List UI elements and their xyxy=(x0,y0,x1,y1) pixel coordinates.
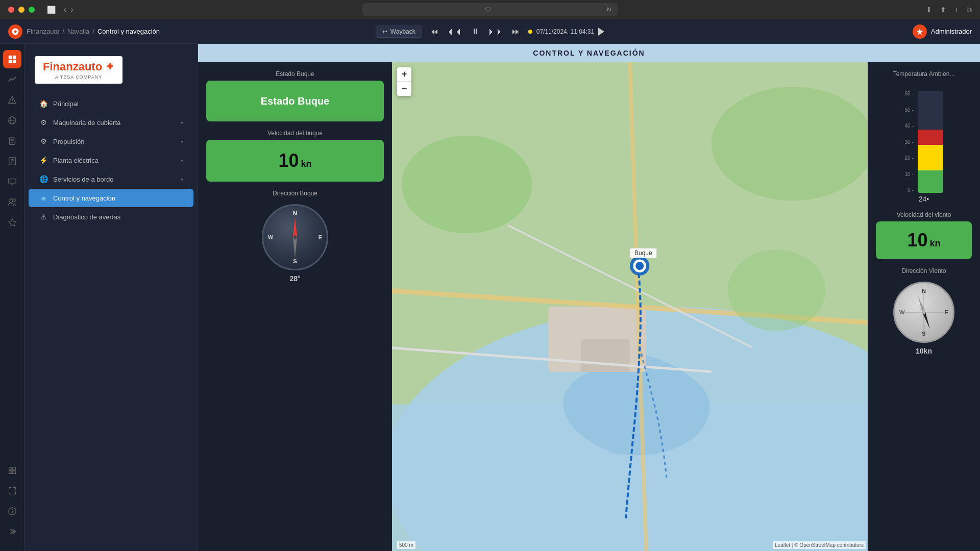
admin-avatar xyxy=(913,24,927,39)
brand-text[interactable]: Finanzauto xyxy=(27,28,59,35)
reload-icon[interactable]: ↻ xyxy=(606,6,611,13)
temp-bar-red xyxy=(918,130,943,145)
direccion-label: Dirección Buque xyxy=(273,190,317,197)
sidebar-collapse[interactable] xyxy=(3,522,21,541)
playback-bar: ↩ Wayback ⏮ ⏴⏴ ⏸ ⏵⏵ ⏭ 07/11/2024, 11:04:… xyxy=(376,26,604,38)
compass-circle: N S W E xyxy=(262,204,328,270)
map-attribution: Leaflet | © OpenStreetMap contributors xyxy=(773,541,866,549)
new-tab-icon[interactable]: + xyxy=(954,6,959,14)
sidebar-item-notes[interactable] xyxy=(3,152,21,170)
end-button[interactable]: ⏭ xyxy=(510,26,522,37)
dir-viento-widget: Dirección Viento N S W E xyxy=(876,267,972,355)
estado-buque-widget: Estado Buque Estado Buque xyxy=(206,70,384,121)
direccion-widget: Dirección Buque N S W E xyxy=(206,190,384,283)
forward-button[interactable]: › xyxy=(70,5,73,14)
temp-current: 24• xyxy=(919,195,929,203)
rewind-button[interactable]: ⏮ xyxy=(428,26,440,37)
sidebar-item-analytics[interactable] xyxy=(3,70,21,89)
velocidad-label: Velocidad del buque xyxy=(206,130,384,137)
wayback-icon: ↩ xyxy=(382,28,387,35)
viento-box: 10 kn xyxy=(876,221,972,259)
sidebar-item-globe[interactable] xyxy=(3,111,21,130)
sidebar-item-info[interactable] xyxy=(3,502,21,520)
temp-60: 60 - xyxy=(904,91,913,96)
brand-nav: Finanzauto / Navalia / Control y navegac… xyxy=(8,24,160,39)
sidebar: Finanzauto ✦ A TESA COMPANY 🏠 Principal … xyxy=(24,44,198,551)
logo-text: Finanzauto ✦ xyxy=(43,60,114,73)
sep1: / xyxy=(62,28,64,35)
nav-item-maquinaria[interactable]: ⚙ Maquinaria de cubierta ▾ xyxy=(29,113,193,132)
sidebar-item-dashboard[interactable] xyxy=(3,50,21,68)
temp-label: Temperatura Ambien... xyxy=(893,70,955,78)
map-svg xyxy=(392,62,868,551)
temp-50: 50 - xyxy=(904,107,913,113)
velocidad-value: 10 xyxy=(278,150,299,171)
logo-box: Finanzauto ✦ A TESA COMPANY xyxy=(35,56,122,84)
minimize-button[interactable] xyxy=(18,7,24,13)
estado-buque-box[interactable]: Estado Buque xyxy=(206,81,384,121)
services-icon: 🌐 xyxy=(39,175,48,183)
back-button[interactable]: ‹ xyxy=(64,5,66,14)
shield-icon: 🛡 xyxy=(485,6,491,13)
tab-overview-icon[interactable]: ⧉ xyxy=(967,6,972,14)
fullscreen-button[interactable] xyxy=(29,7,35,13)
sidebar-toggle[interactable]: ⬜ xyxy=(47,6,56,14)
close-button[interactable] xyxy=(8,7,14,13)
sidebar-item-expand[interactable] xyxy=(3,482,21,500)
nav-item-diagnostico[interactable]: ⚠ Diagnóstico de averías xyxy=(29,208,193,226)
svg-marker-33 xyxy=(293,237,297,258)
wind-rose-svg xyxy=(898,287,949,338)
breadcrumb: Finanzauto / Navalia / Control y navegac… xyxy=(27,28,160,35)
section-text[interactable]: Navalia xyxy=(67,28,89,35)
nav-item-propulsion[interactable]: ⚙ Propulsión ▾ xyxy=(29,132,193,151)
wayback-button[interactable]: ↩ Wayback xyxy=(376,26,422,38)
svg-point-19 xyxy=(12,199,15,202)
window-chrome: ⬜ ‹ › 🛡 ↻ ⬇ ⬆ + ⧉ xyxy=(0,0,980,19)
svg-rect-22 xyxy=(12,467,15,470)
temp-40: 40 - xyxy=(904,123,913,129)
sidebar-item-reports[interactable] xyxy=(3,132,21,150)
temp-bar-wrapper xyxy=(918,91,943,193)
svg-marker-20 xyxy=(8,219,15,226)
pause-button[interactable]: ⏸ xyxy=(469,26,481,37)
top-nav-right: Administrador xyxy=(913,24,972,39)
download-icon[interactable]: ⬇ xyxy=(926,6,932,14)
nav-item-control[interactable]: ◈ Control y navegación xyxy=(29,189,193,207)
play-button[interactable] xyxy=(598,28,604,36)
arrow-icon: ▾ xyxy=(181,120,183,126)
status-dot xyxy=(528,30,532,34)
icon-bar xyxy=(0,44,24,551)
svg-point-44 xyxy=(712,87,868,201)
nav-item-servicios[interactable]: 🌐 Servicios de a bordo ▾ xyxy=(29,170,193,188)
svg-point-48 xyxy=(635,262,644,270)
viento-widget: Velocidad del viento 10 kn xyxy=(876,211,972,259)
sidebar-item-users[interactable] xyxy=(3,193,21,211)
dir-viento-label: Dirección Viento xyxy=(901,267,946,274)
sidebar-item-messages[interactable] xyxy=(3,172,21,191)
svg-point-7 xyxy=(12,102,13,103)
nav-icon: ◈ xyxy=(39,194,48,202)
svg-point-45 xyxy=(728,249,826,331)
map-container[interactable]: + − Buque 500 m Leaflet | © OpenStreetMa… xyxy=(392,62,868,551)
map-area: + − Buque 500 m Leaflet | © OpenStreetMa… xyxy=(392,62,868,551)
zoom-out-button[interactable]: − xyxy=(397,82,411,96)
admin-button[interactable]: Administrador xyxy=(913,24,972,39)
nav-item-principal[interactable]: 🏠 Principal xyxy=(29,94,193,113)
arrow-icon-3: ▾ xyxy=(181,158,183,163)
forward-skip-button[interactable]: ⏵⏵ xyxy=(485,26,506,37)
svg-rect-5 xyxy=(12,60,15,63)
address-bar[interactable]: 🛡 ↻ xyxy=(362,3,618,16)
back-skip-button[interactable]: ⏴⏴ xyxy=(445,26,465,37)
content-area: Estado Buque Estado Buque Velocidad del … xyxy=(198,62,980,551)
share-icon[interactable]: ⬆ xyxy=(940,6,946,14)
zoom-in-button[interactable]: + xyxy=(397,67,411,82)
sidebar-item-star[interactable] xyxy=(3,213,21,232)
viento-label: Velocidad del viento xyxy=(876,211,972,218)
timestamp-text: 07/11/2024, 11:04:31 xyxy=(536,28,594,35)
sidebar-item-alerts[interactable] xyxy=(3,91,21,109)
nav-item-planta[interactable]: ⚡ Planta eléctrica ▾ xyxy=(29,151,193,169)
sidebar-item-layers[interactable] xyxy=(3,461,21,480)
temp-30: 30 - xyxy=(904,139,913,145)
electric-icon: ⚡ xyxy=(39,156,48,164)
svg-rect-21 xyxy=(9,467,11,470)
